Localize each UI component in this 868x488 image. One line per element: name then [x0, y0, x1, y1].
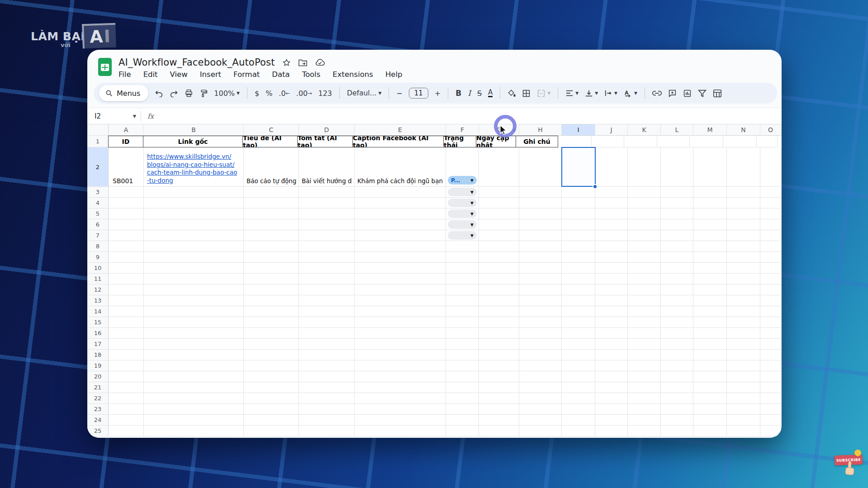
cell-I18[interactable]	[562, 350, 595, 360]
cell-J16[interactable]	[595, 328, 628, 339]
cell-B17[interactable]	[144, 339, 244, 350]
cell-H8[interactable]	[519, 241, 562, 252]
cell-I22[interactable]	[562, 393, 595, 404]
cell-C21[interactable]	[244, 382, 299, 393]
cell-O18[interactable]	[760, 350, 781, 360]
cell-J10[interactable]	[595, 263, 628, 274]
cell-H11[interactable]	[519, 274, 562, 284]
cell-E25[interactable]	[355, 426, 446, 436]
cell-D15[interactable]	[299, 317, 355, 328]
cell-G16[interactable]	[479, 328, 519, 339]
cell-G11[interactable]	[479, 274, 519, 284]
cell-D2[interactable]: Bài viết hướng d	[299, 147, 355, 187]
cell-J5[interactable]	[595, 208, 628, 219]
column-header-C[interactable]: C	[244, 124, 299, 136]
cell-E4[interactable]	[355, 198, 446, 208]
column-header-B[interactable]: B	[144, 124, 244, 136]
cell-I17[interactable]	[562, 339, 595, 350]
cell-K17[interactable]	[628, 339, 661, 350]
cell-I2[interactable]	[562, 147, 595, 187]
row-header-16[interactable]: 16	[87, 328, 109, 339]
cell-K22[interactable]	[628, 393, 661, 404]
cell-D12[interactable]	[299, 284, 355, 295]
cell-M5[interactable]	[693, 208, 727, 219]
cell-J21[interactable]	[595, 382, 628, 393]
redo-button[interactable]	[170, 90, 178, 97]
cell-E8[interactable]	[355, 241, 446, 252]
cell-N16[interactable]	[727, 328, 760, 339]
empty-status-dropdown-chip[interactable]: ▼	[448, 220, 477, 229]
cell-M20[interactable]	[693, 371, 727, 382]
cloud-saved-icon[interactable]	[315, 58, 325, 66]
cell-L20[interactable]	[661, 371, 693, 382]
cell-G25[interactable]	[479, 426, 519, 436]
cell-E17[interactable]	[355, 339, 446, 350]
cell-K9[interactable]	[628, 252, 661, 263]
cell-F11[interactable]	[446, 274, 479, 284]
sheets-logo-icon[interactable]	[98, 58, 112, 76]
cell-J2[interactable]	[595, 147, 628, 187]
cell-L25[interactable]	[661, 426, 693, 436]
cell-D21[interactable]	[299, 382, 355, 393]
cell-C15[interactable]	[244, 317, 299, 328]
cell-H10[interactable]	[519, 263, 562, 274]
cell-G7[interactable]	[479, 230, 519, 241]
cell-F14[interactable]	[446, 306, 479, 317]
cell-E6[interactable]	[355, 219, 446, 230]
column-header-M[interactable]: M	[693, 124, 727, 136]
row-header-11[interactable]: 11	[87, 274, 109, 284]
cell-F25[interactable]	[446, 426, 479, 436]
cell-G19[interactable]	[479, 360, 519, 371]
cell-H7[interactable]	[519, 230, 562, 241]
cell-N20[interactable]	[727, 371, 760, 382]
cell-D5[interactable]	[299, 208, 355, 219]
row-header-13[interactable]: 13	[87, 295, 109, 306]
cell-D7[interactable]	[299, 230, 355, 241]
cell-M2[interactable]	[693, 147, 727, 187]
cell-K16[interactable]	[628, 328, 661, 339]
cell-I4[interactable]	[562, 198, 595, 208]
cell-C23[interactable]	[244, 404, 299, 415]
cell-E3[interactable]	[355, 187, 446, 198]
cell-G13[interactable]	[479, 295, 519, 306]
cell-J1[interactable]	[592, 136, 624, 147]
cell-K3[interactable]	[628, 187, 661, 198]
cell-F3[interactable]: ▼	[446, 187, 479, 198]
cell-G17[interactable]	[479, 339, 519, 350]
cell-G22[interactable]	[479, 393, 519, 404]
cell-A7[interactable]	[109, 230, 144, 241]
cell-B21[interactable]	[144, 382, 244, 393]
select-all-corner[interactable]	[87, 124, 109, 136]
row-header-14[interactable]: 14	[87, 306, 109, 317]
cell-M10[interactable]	[693, 263, 727, 274]
cell-N15[interactable]	[727, 317, 760, 328]
cell-A8[interactable]	[109, 241, 144, 252]
create-filter-button[interactable]	[698, 90, 707, 97]
cell-E2[interactable]: Khám phá cách đội ngũ bạn	[355, 147, 446, 187]
menus-search-button[interactable]: Menus	[99, 85, 148, 101]
row-header-9[interactable]: 9	[87, 252, 109, 263]
cell-E12[interactable]	[355, 284, 446, 295]
cell-G2[interactable]	[479, 147, 519, 187]
cell-N7[interactable]	[727, 230, 760, 241]
cell-I24[interactable]	[562, 415, 595, 426]
cell-I12[interactable]	[562, 284, 595, 295]
cell-O7[interactable]	[760, 230, 781, 241]
row-header-2[interactable]: 2	[87, 147, 109, 187]
cell-I14[interactable]	[562, 306, 595, 317]
cell-H22[interactable]	[519, 393, 562, 404]
menu-format[interactable]: Format	[233, 70, 260, 79]
cell-I8[interactable]	[562, 241, 595, 252]
cell-O23[interactable]	[760, 404, 781, 415]
cell-J4[interactable]	[595, 198, 628, 208]
cell-K19[interactable]	[628, 360, 661, 371]
cell-D9[interactable]	[299, 252, 355, 263]
cell-G4[interactable]	[479, 198, 519, 208]
cell-M19[interactable]	[693, 360, 727, 371]
cell-O4[interactable]	[760, 198, 781, 208]
increase-font-size-button[interactable]: +	[435, 89, 441, 98]
empty-status-dropdown-chip[interactable]: ▼	[448, 199, 477, 207]
cell-C19[interactable]	[244, 360, 299, 371]
row-header-20[interactable]: 20	[87, 371, 109, 382]
name-box[interactable]: I2 ▼	[87, 112, 141, 120]
